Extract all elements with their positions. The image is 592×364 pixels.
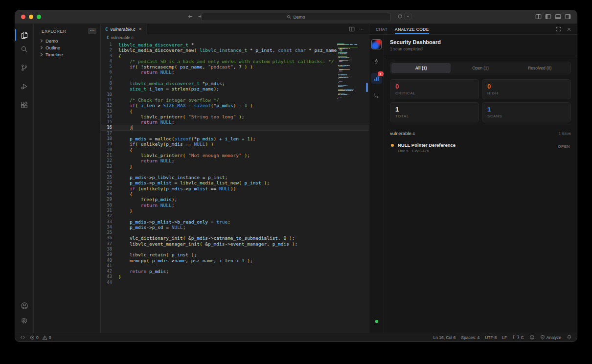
code-line[interactable]: 20 { [101, 147, 369, 153]
close-tab-icon[interactable]: × [139, 26, 142, 32]
extension-logo-icon[interactable] [371, 39, 382, 49]
expand-panel-icon[interactable] [556, 26, 561, 32]
toggle-sidebar-left-icon[interactable] [545, 14, 551, 20]
refresh-icon[interactable] [397, 14, 403, 19]
notifications-bell-icon[interactable] [567, 335, 572, 340]
code-line[interactable]: 30 return NULL; [101, 203, 369, 208]
toggle-sidebar-right-icon[interactable] [565, 14, 571, 20]
back-arrow-icon[interactable] [187, 14, 193, 19]
minimap[interactable] [337, 43, 363, 100]
code-line[interactable]: 40 memcpy( p_mdis->name, psz_name, i_len… [101, 258, 369, 263]
code-line[interactable]: 12 if( i_len > SIZE_MAX - sizeof(*p_mdis… [101, 103, 369, 108]
minimize-window-button[interactable] [29, 15, 33, 19]
code-line[interactable]: 5 if( !strncasecmp( psz_name, "podcast",… [101, 64, 369, 69]
code-line[interactable]: 16 } [101, 125, 369, 130]
close-panel-icon[interactable] [567, 27, 571, 32]
activity-extensions-button[interactable] [15, 98, 34, 112]
code-line[interactable]: 2libvlc_media_discoverer_new( libvlc_ins… [101, 47, 369, 53]
filter-tab-1[interactable]: Open (1) [451, 63, 510, 73]
code-line[interactable]: 15 return NULL; [101, 119, 369, 125]
problems-button[interactable]: 0 0 [30, 335, 51, 340]
encoding-button[interactable]: UTF-8 [485, 335, 497, 340]
code-line[interactable]: 21 libvlc_printerr( "Not enough memory" … [101, 153, 369, 158]
zoom-window-button[interactable] [37, 15, 41, 19]
code-line[interactable]: 4 /* podcast SD is a hack and only works… [101, 59, 369, 64]
toggle-panel-bottom-icon[interactable] [555, 14, 561, 20]
code-line[interactable]: 36 vlc_dictionary_init( &p_mdis->catname… [101, 235, 369, 241]
eol-button[interactable]: LF [502, 335, 507, 340]
code-line[interactable]: 35 [101, 230, 369, 235]
language-mode-button[interactable]: { }C [512, 335, 524, 340]
split-columns-icon[interactable] [535, 14, 542, 20]
scrollbar-marker[interactable] [366, 83, 368, 92]
code-line[interactable]: 11 /* Check for integer overflow */ [101, 97, 369, 103]
file-group-name: vulnerable.c [390, 131, 415, 136]
code-line[interactable]: 43} [101, 274, 369, 279]
activity-explorer-button[interactable] [15, 28, 34, 42]
issue-row[interactable]: NULL Pointer DereferenceLine 5 · CWE-476… [390, 141, 571, 154]
chevron-down-icon[interactable] [404, 13, 411, 20]
analyze-button[interactable]: Analyze [540, 335, 561, 340]
activity-run-debug-button[interactable] [15, 79, 34, 93]
code-line[interactable]: 28 { [101, 191, 369, 197]
code-line[interactable]: 18 p_mdis = malloc(sizeof(*p_mdis) + i_l… [101, 136, 369, 141]
activity-search-button[interactable] [15, 42, 34, 56]
editor-more-actions-icon[interactable]: ⋯ [359, 26, 364, 32]
code-editor[interactable]: 1libvlc_media_discoverer_t *2libvlc_medi… [101, 41, 369, 333]
activity-source-control-button[interactable] [15, 61, 34, 75]
code-line[interactable]: 3{ [101, 53, 369, 59]
sidebar-item-demo[interactable]: Demo [34, 37, 100, 44]
command-center-search[interactable]: Demo [201, 13, 391, 21]
code-line[interactable]: 39 libvlc_retain( p_inst ); [101, 252, 369, 257]
code-line[interactable]: 8 libvlc_media_discoverer_t *p_mdis; [101, 81, 369, 86]
code-line[interactable]: 38 [101, 247, 369, 252]
code-line[interactable]: 19 if( unlikely(p_mdis == NULL) ) [101, 141, 369, 147]
filter-tab-2[interactable]: Resolved (0) [510, 63, 569, 73]
code-line[interactable]: 37 libvlc_event_manager_init( &p_mdis->e… [101, 241, 369, 247]
accounts-button[interactable] [15, 298, 34, 313]
code-line[interactable]: 44 [101, 280, 369, 285]
code-lines: 1libvlc_media_discoverer_t *2libvlc_medi… [101, 42, 369, 285]
flash-icon[interactable] [371, 56, 382, 67]
code-line[interactable]: 22 return NULL; [101, 158, 369, 163]
filter-tab-0[interactable]: All (1) [391, 63, 451, 73]
code-line[interactable]: 17 [101, 131, 369, 136]
code-line[interactable]: 24 [101, 169, 369, 175]
code-line[interactable]: 13 { [101, 109, 369, 114]
code-line[interactable]: 9 size_t i_len = strlen(psz_name); [101, 86, 369, 91]
code-line[interactable]: 29 free(p_mdis); [101, 197, 369, 202]
code-line[interactable]: 31 } [101, 208, 369, 213]
explorer-more-actions-button[interactable]: ··· [88, 28, 96, 34]
code-line[interactable]: 32 [101, 213, 369, 219]
code-line[interactable]: 25 p_mdis->p_libvlc_instance = p_inst; [101, 175, 369, 180]
indentation-button[interactable]: Spaces: 4 [461, 335, 479, 340]
security-stats-icon[interactable]: 1 [371, 73, 382, 84]
code-line[interactable]: 34 p_mdis->p_sd = NULL; [101, 225, 369, 230]
trace-icon[interactable] [371, 90, 382, 101]
close-window-button[interactable] [21, 15, 25, 19]
code-line[interactable]: 14 libvlc_printerr( "String too long" ); [101, 114, 369, 119]
tab-chat[interactable]: CHAT [376, 24, 387, 34]
settings-button[interactable] [15, 314, 34, 328]
breadcrumb[interactable]: C vulnerable.c [101, 34, 369, 41]
summary-card-scans: 1SCANS [482, 102, 571, 122]
code-line[interactable]: 42 return p_mdis; [101, 269, 369, 274]
code-line[interactable]: 1libvlc_media_discoverer_t * [101, 42, 369, 47]
code-line[interactable]: 10 [101, 92, 369, 97]
feedback-smiley-icon[interactable] [529, 335, 535, 340]
code-line[interactable]: 6 return NULL; [101, 69, 369, 75]
tab-analyze-code[interactable]: ANALYZE CODE [395, 24, 429, 34]
tab-vulnerable-c[interactable]: C vulnerable.c × [101, 24, 147, 34]
sidebar-item-timeline[interactable]: Timeline [34, 51, 100, 58]
code-line[interactable]: 27 if (unlikely(p_mdis->p_mlist == NULL)… [101, 186, 369, 191]
cursor-position-button[interactable]: Ln 16, Col 6 [433, 335, 455, 340]
split-editor-icon[interactable] [349, 26, 355, 32]
remote-indicator-button[interactable] [20, 335, 25, 340]
code-line[interactable]: 41 [101, 263, 369, 269]
code-line[interactable]: 7 [101, 75, 369, 81]
code-line[interactable]: 23 } [101, 164, 369, 169]
issue-list: NULL Pointer DereferenceLine 5 · CWE-476… [384, 141, 577, 154]
sidebar-item-outline[interactable]: Outline [34, 44, 100, 51]
code-line[interactable]: 33 p_mdis->p_mlist->b_read_only = true; [101, 219, 369, 225]
code-line[interactable]: 26 p_mdis->p_mlist = libvlc_media_list_n… [101, 180, 369, 185]
